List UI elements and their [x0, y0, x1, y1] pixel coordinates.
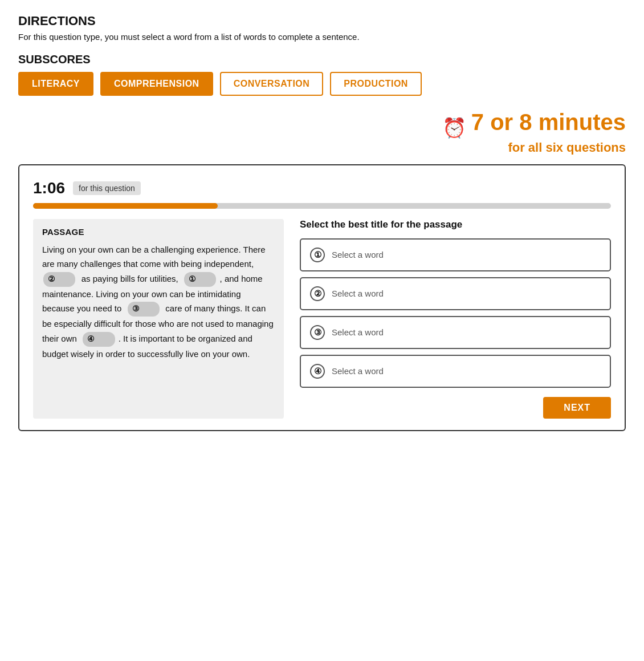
- subscores-row: LITERACY COMPREHENSION CONVERSATION PROD…: [18, 72, 626, 96]
- timer-main-row: ⏰ 7 or 8 minutes: [18, 110, 626, 139]
- option-num-1: ①: [310, 248, 325, 262]
- option-label-1: Select a word: [332, 250, 384, 259]
- blank-chip-3[interactable]: ③: [128, 302, 160, 317]
- directions-title: DIRECTIONS: [18, 14, 626, 29]
- subscore-comprehension[interactable]: COMPREHENSION: [100, 72, 213, 96]
- option-num-2: ②: [310, 286, 325, 301]
- option-label-4: Select a word: [332, 366, 384, 376]
- passage-text: Living on your own can be a challenging …: [42, 242, 275, 361]
- subscore-literacy[interactable]: LITERACY: [18, 72, 93, 96]
- blank-chip-4[interactable]: ④: [83, 332, 115, 347]
- answer-option-3[interactable]: ③ Select a word: [300, 316, 611, 349]
- subscores-section: SUBSCORES LITERACY COMPREHENSION CONVERS…: [18, 53, 626, 96]
- answer-option-4[interactable]: ④ Select a word: [300, 355, 611, 388]
- subscores-title: SUBSCORES: [18, 53, 626, 66]
- option-num-4: ④: [310, 364, 325, 379]
- question-elapsed: 1:06: [33, 179, 65, 197]
- question-elapsed-label: for this question: [73, 181, 141, 195]
- clock-icon: ⏰: [442, 117, 466, 139]
- next-button[interactable]: NEXT: [543, 397, 611, 419]
- progress-bar-bg: [33, 203, 611, 209]
- timer-main-text: 7 or 8 minutes: [471, 110, 626, 135]
- content-row: PASSAGE Living on your own can be a chal…: [33, 219, 611, 419]
- directions-text: For this question type, you must select …: [18, 32, 626, 42]
- blank-chip-1[interactable]: ①: [184, 272, 216, 287]
- question-prompt: Select the best title for the passage: [300, 219, 611, 230]
- directions-section: DIRECTIONS For this question type, you m…: [18, 14, 626, 42]
- subscore-conversation[interactable]: CONVERSATION: [220, 72, 324, 96]
- option-label-3: Select a word: [332, 327, 384, 337]
- timer-sub-text: for all six questions: [18, 140, 626, 155]
- next-btn-row: NEXT: [300, 397, 611, 419]
- progress-bar-fill: [33, 203, 218, 209]
- option-label-2: Select a word: [332, 289, 384, 298]
- main-card: 1:06 for this question PASSAGE Living on…: [18, 164, 626, 431]
- answer-column: Select the best title for the passage ① …: [300, 219, 611, 419]
- passage-heading: PASSAGE: [42, 227, 275, 237]
- passage-column: PASSAGE Living on your own can be a chal…: [33, 219, 284, 419]
- answer-option-1[interactable]: ① Select a word: [300, 238, 611, 271]
- subscore-production[interactable]: PRODUCTION: [330, 72, 422, 96]
- answer-option-2[interactable]: ② Select a word: [300, 277, 611, 310]
- blank-chip-2[interactable]: ②: [43, 272, 75, 287]
- question-timer-row: 1:06 for this question: [33, 179, 611, 197]
- option-num-3: ③: [310, 325, 325, 340]
